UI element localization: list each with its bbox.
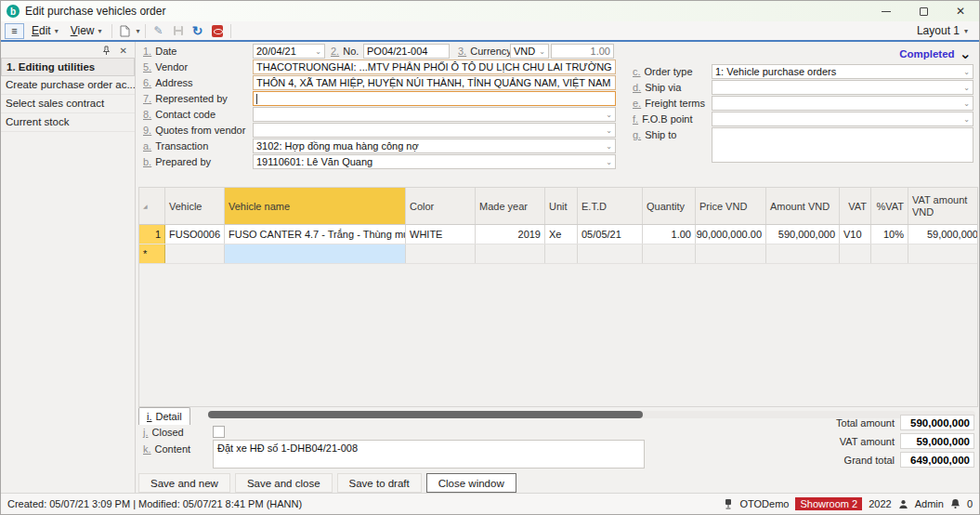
column-header-price[interactable]: Price VND — [696, 188, 766, 224]
vendor-field[interactable]: THACOTRUONGHAI: ...MTV PHÂN PHỐI Ô TÔ DU… — [253, 59, 616, 74]
notification-count[interactable]: 0 — [967, 498, 973, 509]
layout-selector[interactable]: Layout 1 ▾ — [917, 24, 975, 37]
prepared-by-field[interactable]: 19110601: Lê Văn Quang ⌄ — [253, 154, 616, 169]
bell-icon[interactable] — [950, 498, 960, 509]
cell-vat-amount[interactable]: 59,000,000 — [908, 225, 978, 244]
cell-vehicle[interactable]: FUSO0006 — [165, 225, 225, 244]
cell-pvat[interactable]: 10% — [871, 225, 908, 244]
currency-field[interactable]: VND ⌄ — [510, 44, 549, 59]
fob-point-field[interactable]: ⌄ — [712, 112, 973, 126]
order-no-field[interactable]: PO04/21-004 — [363, 44, 450, 59]
freight-terms-label: e.Freight terms — [633, 98, 705, 109]
cell-quantity[interactable] — [643, 244, 696, 263]
refresh-button[interactable]: ↻ — [189, 22, 206, 39]
cell-unit[interactable] — [545, 244, 578, 263]
tab-detail[interactable]: i. Detail — [138, 407, 190, 425]
chevron-down-icon: ⌄ — [312, 47, 321, 56]
branch-badge[interactable]: Showroom 2 — [795, 497, 862, 510]
cell-amount[interactable]: 590,000,000 — [766, 225, 840, 244]
sidebar-header: ✕ — [1, 42, 135, 58]
grid-header-row: ◢ Vehicle Vehicle name Color Made year U… — [139, 188, 978, 225]
save-to-draft-button[interactable]: Save to draft — [337, 473, 422, 493]
server-icon — [724, 498, 733, 509]
column-header-amount[interactable]: Amount VND — [766, 188, 840, 224]
closed-checkbox[interactable] — [213, 426, 225, 438]
sidebar-item-current-stock[interactable]: Current stock — [1, 113, 135, 132]
ship-via-field[interactable]: ⌄ — [712, 80, 973, 95]
ship-to-field[interactable] — [712, 127, 973, 163]
cell-vehicle-name-selected[interactable] — [225, 244, 406, 263]
close-button[interactable]: ✕ — [942, 1, 979, 21]
freight-terms-field[interactable]: ⌄ — [712, 96, 973, 111]
column-header-unit[interactable]: Unit — [545, 188, 578, 224]
cell-color[interactable]: WHITE — [406, 225, 476, 244]
column-header-color[interactable]: Color — [406, 188, 476, 224]
cell-vehicle[interactable] — [165, 244, 225, 263]
edit-menu[interactable]: Edit ▾ — [27, 22, 63, 39]
cell-vat-amount[interactable] — [908, 244, 978, 263]
hamburger-menu-button[interactable]: ≡ — [5, 23, 24, 39]
workspace: 1.Date 5.Vendor 6.Address 7.Represented … — [136, 42, 979, 493]
cell-vehicle-name[interactable]: FUSO CANTER 4.7 - Trắng - Thùng mu — [225, 225, 406, 244]
edit-pencil-button[interactable]: ✎ — [150, 22, 167, 39]
fiscal-year[interactable]: 2022 — [869, 498, 891, 509]
address-field[interactable]: THÔN 4, XÃ TAM HIỆP, HUYỆN NÚI THÀNH, TỈ… — [253, 75, 616, 90]
cell-pvat[interactable] — [871, 244, 908, 263]
minimize-button[interactable] — [868, 1, 905, 21]
cell-price[interactable] — [696, 244, 766, 263]
cell-quantity[interactable]: 1.00 — [643, 225, 696, 244]
column-header-etd[interactable]: E.T.D — [578, 188, 643, 224]
column-header-vat[interactable]: VAT — [840, 188, 871, 224]
pin-icon[interactable] — [102, 46, 111, 56]
contact-code-label: 8.Contact code — [143, 109, 216, 120]
transaction-field[interactable]: 3102: Hợp đồng mua hàng công nợ ⌄ — [253, 139, 616, 153]
sidebar-item-editing-utilities[interactable]: 1. Editing utilities — [1, 58, 135, 76]
new-document-button[interactable] — [117, 22, 134, 39]
created-modified-text: Created: 05/07/21 3:09 PM | Modified: 05… — [7, 498, 302, 509]
quotes-from-vendor-field[interactable]: ⌄ — [253, 123, 616, 138]
chevron-down-icon: ⌄ — [536, 47, 545, 56]
sidebar-item-create-purchase-order[interactable]: Create purchase order ac... — [1, 76, 135, 95]
maximize-button[interactable] — [905, 1, 942, 21]
caret-down-icon: ▾ — [98, 27, 102, 35]
row-header[interactable]: 1 — [139, 225, 165, 244]
cell-color[interactable] — [406, 244, 476, 263]
user-name[interactable]: Admin — [915, 498, 944, 509]
new-row-marker[interactable]: * — [139, 244, 165, 263]
column-header-pvat[interactable]: %VAT — [871, 188, 908, 224]
scrollbar-thumb[interactable] — [208, 411, 643, 418]
company-name[interactable]: OTODemo — [739, 498, 789, 509]
cell-vat[interactable] — [840, 244, 871, 263]
column-header-vehicle[interactable]: Vehicle — [165, 188, 225, 224]
cell-made-year[interactable]: 2019 — [476, 225, 545, 244]
vendor-label: 5.Vendor — [143, 61, 188, 73]
sidebar-close-icon[interactable]: ✕ — [120, 46, 127, 56]
cell-vat[interactable]: V10 — [840, 225, 871, 244]
save-and-new-button[interactable]: Save and new — [138, 473, 230, 493]
column-header-quantity[interactable]: Quantity — [643, 188, 696, 224]
grid-corner-cell[interactable]: ◢ — [139, 188, 165, 224]
save-button[interactable] — [170, 22, 187, 39]
cell-price[interactable]: 590,000,000.00 — [696, 225, 766, 244]
date-field[interactable]: 20/04/21 ⌄ — [253, 44, 325, 59]
content-field[interactable]: Đặt xe HĐ số 1-DHB04/21-008 — [213, 440, 645, 469]
represented-by-field[interactable] — [253, 91, 616, 106]
cell-etd[interactable] — [578, 244, 643, 263]
contact-code-field[interactable]: ⌄ — [253, 107, 616, 122]
save-and-close-button[interactable]: Save and close — [235, 473, 333, 493]
sidebar-item-select-sales-contract[interactable]: Select sales contract — [1, 95, 135, 113]
status-dropdown[interactable]: Completed ⌄ — [832, 45, 972, 65]
order-type-field[interactable]: 1: Vehicle purchase orders ⌄ — [712, 64, 973, 79]
cell-amount[interactable] — [766, 244, 840, 263]
cell-made-year[interactable] — [476, 244, 545, 263]
sidebar: ✕ 1. Editing utilities Create purchase o… — [1, 42, 136, 493]
line-items-grid: ◢ Vehicle Vehicle name Color Made year U… — [138, 187, 978, 407]
cell-etd[interactable]: 05/05/21 — [578, 225, 643, 244]
view-menu[interactable]: View ▾ — [66, 22, 107, 39]
column-header-vehicle-name[interactable]: Vehicle name — [225, 188, 406, 224]
cell-unit[interactable]: Xe — [545, 225, 578, 244]
export-pdf-button[interactable] — [209, 22, 226, 39]
column-header-made-year[interactable]: Made year — [476, 188, 545, 224]
column-header-vat-amount[interactable]: VAT amount VND — [908, 188, 978, 224]
close-window-button[interactable]: Close window — [426, 473, 516, 493]
